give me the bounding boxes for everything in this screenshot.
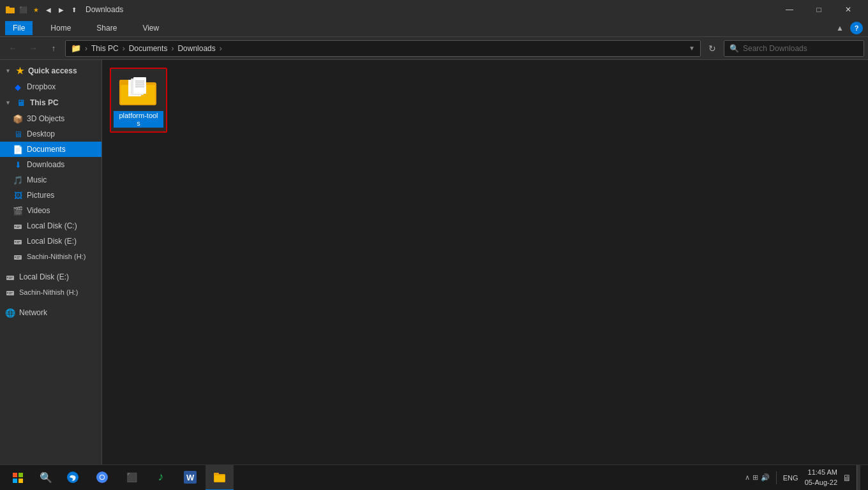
address-sep-4: › <box>220 44 222 53</box>
taskbar-time: 11:45 AM <box>805 468 837 477</box>
taskbar-clock[interactable]: 11:45 AM 05-Aug-22 <box>805 468 837 487</box>
close-button[interactable]: ✕ <box>834 0 863 19</box>
sidebar-this-pc-label: This PC <box>30 98 59 107</box>
address-this-pc[interactable]: This PC <box>91 44 119 53</box>
file-name-platform-tools: platform-tools <box>114 111 163 128</box>
ribbon: File Home Share View ▲ ? <box>0 19 868 37</box>
sidebar-item-this-pc[interactable]: ▼ 🖥 This PC <box>0 94 101 111</box>
title-bar-left: ⬛ ★ ◀ ▶ ⬆ Downloads <box>5 4 123 15</box>
taskbar-chrome[interactable] <box>88 465 116 491</box>
sachin-nithish-h2-icon <box>5 287 15 297</box>
title-bar-controls: — □ ✕ <box>775 0 863 19</box>
minimize-button[interactable]: — <box>775 0 804 19</box>
address-bar[interactable]: 📁 › This PC › Documents › Downloads › ▼ <box>65 40 701 57</box>
svg-rect-40 <box>214 475 225 482</box>
sidebar-item-pictures[interactable]: 🖼 Pictures <box>0 188 101 203</box>
sidebar-item-local-disk-e2[interactable]: Local Disk (E:) <box>0 269 101 285</box>
3d-objects-icon: 📦 <box>13 114 23 124</box>
taskbar-terminal[interactable]: ⬛ <box>117 465 146 491</box>
sidebar-item-videos[interactable]: 🎬 Videos <box>0 203 101 218</box>
title-icon-5: ▶ <box>56 4 66 15</box>
start-button[interactable] <box>3 465 33 491</box>
search-placeholder: Search Downloads <box>743 44 807 53</box>
svg-rect-7 <box>15 241 16 242</box>
quick-access-icon: ★ <box>16 66 24 76</box>
svg-rect-13 <box>17 258 19 258</box>
title-bar-icons: ⬛ ★ ◀ ▶ ⬆ <box>5 4 79 15</box>
sidebar-downloads-label: Downloads <box>27 160 64 169</box>
local-disk-e2-icon <box>5 272 15 282</box>
up-button[interactable]: ↑ <box>45 40 63 57</box>
address-sep-2: › <box>123 44 125 53</box>
window-title: Downloads <box>86 5 123 14</box>
sidebar-item-sachin-nithish-h2[interactable]: Sachin-Nithish (H:) <box>0 285 101 300</box>
svg-rect-12 <box>17 256 20 257</box>
ribbon-tab-view[interactable]: View <box>135 21 167 35</box>
svg-text:W: W <box>186 473 195 482</box>
svg-rect-8 <box>17 241 20 242</box>
dropbox-icon: ◆ <box>13 82 23 92</box>
sidebar-item-sachin-nithish-h[interactable]: Sachin-Nithish (H:) <box>0 249 101 264</box>
maximize-button[interactable]: □ <box>804 0 834 19</box>
file-item-platform-tools[interactable]: platform-tools <box>110 68 167 133</box>
sidebar-quick-access-label: Quick access <box>28 66 77 75</box>
sidebar-music-label: Music <box>27 175 47 184</box>
sidebar-item-local-disk-c[interactable]: Local Disk (C:) <box>0 218 101 234</box>
taskbar-spotify[interactable]: ♪ <box>147 465 175 491</box>
local-disk-e-icon <box>13 236 23 246</box>
sidebar-sachin-nithish-h-label: Sachin-Nithish (H:) <box>27 253 86 260</box>
address-sep-1: › <box>85 44 87 53</box>
forward-button[interactable]: → <box>24 40 42 57</box>
taskbar-right: ∧ ⊞ 🔊 ENG 11:45 AM 05-Aug-22 🖥 <box>741 465 865 491</box>
content-area: platform-tools <box>102 60 868 472</box>
address-chevron-end[interactable]: ▼ <box>689 45 695 52</box>
music-icon: 🎵 <box>13 175 23 185</box>
sidebar-local-disk-c-label: Local Disk (C:) <box>27 221 77 230</box>
sidebar-item-3d-objects[interactable]: 📦 3D Objects <box>0 111 101 126</box>
sidebar-item-dropbox[interactable]: ◆ Dropbox <box>0 79 101 94</box>
taskbar-edge[interactable] <box>59 465 87 491</box>
address-sep-3: › <box>171 44 174 53</box>
svg-rect-27 <box>133 77 146 94</box>
ribbon-expand-btn[interactable]: ▲ <box>834 22 846 34</box>
sidebar-header-quick-access[interactable]: ▼ ★ Quick access <box>0 63 101 79</box>
address-documents[interactable]: Documents <box>129 44 168 53</box>
sidebar-dropbox-label: Dropbox <box>27 82 56 91</box>
sidebar-item-downloads[interactable]: ⬇ Downloads <box>0 157 101 172</box>
sidebar-videos-label: Videos <box>27 206 50 215</box>
svg-rect-5 <box>17 227 19 228</box>
ribbon-tab-home[interactable]: Home <box>43 21 79 35</box>
taskbar-language[interactable]: ENG <box>779 474 802 482</box>
this-pc-expand-icon: ▼ <box>5 100 11 106</box>
taskbar-search[interactable]: 🔍 <box>34 466 57 489</box>
this-pc-icon: 🖥 <box>16 98 26 108</box>
search-box[interactable]: 🔍 Search Downloads <box>724 40 864 57</box>
desktop-icon: 🖥 <box>13 129 23 139</box>
svg-rect-9 <box>17 242 19 243</box>
sidebar: ▼ ★ Quick access ◆ Dropbox ▼ 🖥 This PC 📦… <box>0 60 102 472</box>
ribbon-tab-file[interactable]: File <box>5 21 33 35</box>
sidebar-item-desktop[interactable]: 🖥 Desktop <box>0 126 101 142</box>
local-disk-c-icon <box>13 221 23 231</box>
sidebar-item-music[interactable]: 🎵 Music <box>0 172 101 188</box>
sidebar-item-local-disk-e[interactable]: Local Disk (E:) <box>0 234 101 249</box>
taskbar-search-icon: 🔍 <box>40 471 52 484</box>
sidebar-item-documents[interactable]: 📄 Documents <box>0 142 101 157</box>
help-btn[interactable]: ? <box>850 22 863 34</box>
back-button[interactable]: ← <box>4 40 22 57</box>
sidebar-pictures-label: Pictures <box>27 191 54 200</box>
taskbar: 🔍 ⬛ ♪ W ∧ ⊞ 🔊 ENG <box>0 464 868 490</box>
quick-access-expand-icon: ▼ <box>5 68 11 74</box>
taskbar-word[interactable]: W <box>176 465 204 491</box>
svg-rect-15 <box>7 277 8 278</box>
sidebar-separator-2 <box>0 300 101 305</box>
sidebar-item-network[interactable]: 🌐 Network <box>0 305 101 320</box>
address-downloads[interactable]: Downloads <box>177 44 215 53</box>
notification-icon[interactable]: 🖥 <box>840 473 854 483</box>
title-icon-3: ★ <box>31 4 41 15</box>
refresh-button[interactable]: ↻ <box>703 40 721 57</box>
taskbar-system-icons[interactable]: ∧ ⊞ 🔊 <box>741 473 774 482</box>
ribbon-tab-share[interactable]: Share <box>89 21 124 35</box>
show-desktop-button[interactable] <box>857 465 860 491</box>
taskbar-explorer[interactable] <box>206 465 234 491</box>
